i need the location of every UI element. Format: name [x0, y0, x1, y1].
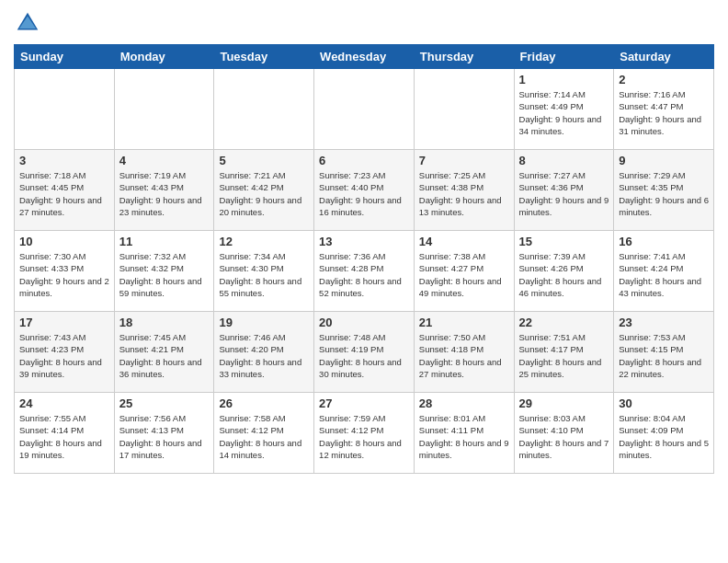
calendar-cell: 24Sunrise: 7:55 AM Sunset: 4:14 PM Dayli…	[15, 393, 115, 474]
day-number: 24	[19, 396, 109, 410]
week-row-2: 10Sunrise: 7:30 AM Sunset: 4:33 PM Dayli…	[15, 231, 714, 312]
day-number: 20	[319, 316, 409, 329]
day-number: 26	[219, 396, 309, 410]
calendar-cell: 21Sunrise: 7:50 AM Sunset: 4:18 PM Dayli…	[414, 312, 514, 393]
day-number: 6	[319, 154, 409, 167]
day-number: 12	[219, 235, 309, 248]
day-number: 3	[19, 154, 109, 167]
day-number: 22	[519, 316, 609, 329]
day-info: Sunrise: 7:14 AM Sunset: 4:49 PM Dayligh…	[519, 88, 609, 137]
calendar-cell: 5Sunrise: 7:21 AM Sunset: 4:42 PM Daylig…	[214, 150, 314, 231]
calendar-cell: 12Sunrise: 7:34 AM Sunset: 4:30 PM Dayli…	[214, 231, 314, 312]
weekday-wednesday: Wednesday	[314, 45, 415, 69]
day-number: 18	[119, 316, 210, 329]
day-info: Sunrise: 8:03 AM Sunset: 4:10 PM Dayligh…	[519, 412, 609, 461]
day-number: 25	[119, 396, 210, 410]
day-info: Sunrise: 7:36 AM Sunset: 4:28 PM Dayligh…	[319, 250, 409, 299]
day-number: 1	[519, 73, 609, 86]
calendar-cell: 27Sunrise: 7:59 AM Sunset: 4:12 PM Dayli…	[314, 393, 415, 474]
day-info: Sunrise: 7:59 AM Sunset: 4:12 PM Dayligh…	[319, 412, 409, 461]
calendar-cell: 30Sunrise: 8:04 AM Sunset: 4:09 PM Dayli…	[614, 393, 714, 474]
day-info: Sunrise: 7:56 AM Sunset: 4:13 PM Dayligh…	[119, 412, 210, 461]
day-number: 17	[19, 316, 109, 329]
day-info: Sunrise: 7:25 AM Sunset: 4:38 PM Dayligh…	[419, 169, 509, 218]
day-info: Sunrise: 7:21 AM Sunset: 4:42 PM Dayligh…	[219, 169, 309, 218]
week-row-4: 24Sunrise: 7:55 AM Sunset: 4:14 PM Dayli…	[15, 393, 714, 474]
day-info: Sunrise: 7:48 AM Sunset: 4:19 PM Dayligh…	[319, 331, 409, 380]
day-number: 5	[219, 154, 309, 167]
day-info: Sunrise: 8:04 AM Sunset: 4:09 PM Dayligh…	[619, 412, 709, 461]
calendar-cell	[314, 69, 415, 150]
header	[14, 9, 714, 37]
day-number: 2	[619, 73, 709, 86]
weekday-tuesday: Tuesday	[214, 45, 314, 69]
weekday-thursday: Thursday	[414, 45, 514, 69]
day-info: Sunrise: 7:50 AM Sunset: 4:18 PM Dayligh…	[419, 331, 509, 380]
weekday-monday: Monday	[114, 45, 214, 69]
logo	[14, 9, 45, 37]
calendar-cell: 13Sunrise: 7:36 AM Sunset: 4:28 PM Dayli…	[314, 231, 415, 312]
calendar-cell: 26Sunrise: 7:58 AM Sunset: 4:12 PM Dayli…	[214, 393, 314, 474]
calendar: SundayMondayTuesdayWednesdayThursdayFrid…	[14, 44, 714, 474]
day-info: Sunrise: 7:29 AM Sunset: 4:35 PM Dayligh…	[619, 169, 709, 218]
day-info: Sunrise: 8:01 AM Sunset: 4:11 PM Dayligh…	[419, 412, 509, 461]
day-number: 7	[419, 154, 509, 167]
calendar-cell: 8Sunrise: 7:27 AM Sunset: 4:36 PM Daylig…	[514, 150, 614, 231]
day-info: Sunrise: 7:58 AM Sunset: 4:12 PM Dayligh…	[219, 412, 309, 461]
day-info: Sunrise: 7:27 AM Sunset: 4:36 PM Dayligh…	[519, 169, 609, 218]
day-number: 21	[419, 316, 509, 329]
day-info: Sunrise: 7:30 AM Sunset: 4:33 PM Dayligh…	[19, 250, 109, 299]
day-info: Sunrise: 7:55 AM Sunset: 4:14 PM Dayligh…	[19, 412, 109, 461]
day-number: 8	[519, 154, 609, 167]
day-info: Sunrise: 7:19 AM Sunset: 4:43 PM Dayligh…	[119, 169, 210, 218]
weekday-friday: Friday	[514, 45, 614, 69]
calendar-cell: 25Sunrise: 7:56 AM Sunset: 4:13 PM Dayli…	[114, 393, 214, 474]
weekday-header-row: SundayMondayTuesdayWednesdayThursdayFrid…	[15, 45, 714, 69]
day-number: 27	[319, 396, 409, 410]
day-info: Sunrise: 7:39 AM Sunset: 4:26 PM Dayligh…	[519, 250, 609, 299]
day-number: 15	[519, 235, 609, 248]
day-info: Sunrise: 7:23 AM Sunset: 4:40 PM Dayligh…	[319, 169, 409, 218]
day-info: Sunrise: 7:34 AM Sunset: 4:30 PM Dayligh…	[219, 250, 309, 299]
calendar-cell	[414, 69, 514, 150]
calendar-cell: 19Sunrise: 7:46 AM Sunset: 4:20 PM Dayli…	[214, 312, 314, 393]
calendar-cell: 16Sunrise: 7:41 AM Sunset: 4:24 PM Dayli…	[614, 231, 714, 312]
calendar-cell	[114, 69, 214, 150]
day-info: Sunrise: 7:41 AM Sunset: 4:24 PM Dayligh…	[619, 250, 709, 299]
calendar-cell: 20Sunrise: 7:48 AM Sunset: 4:19 PM Dayli…	[314, 312, 415, 393]
day-info: Sunrise: 7:43 AM Sunset: 4:23 PM Dayligh…	[19, 331, 109, 380]
calendar-cell: 28Sunrise: 8:01 AM Sunset: 4:11 PM Dayli…	[414, 393, 514, 474]
calendar-cell: 29Sunrise: 8:03 AM Sunset: 4:10 PM Dayli…	[514, 393, 614, 474]
day-info: Sunrise: 7:51 AM Sunset: 4:17 PM Dayligh…	[519, 331, 609, 380]
day-number: 29	[519, 396, 609, 410]
day-info: Sunrise: 7:45 AM Sunset: 4:21 PM Dayligh…	[119, 331, 210, 380]
day-info: Sunrise: 7:32 AM Sunset: 4:32 PM Dayligh…	[119, 250, 210, 299]
logo-icon	[14, 9, 41, 37]
day-number: 30	[619, 396, 709, 410]
week-row-0: 1Sunrise: 7:14 AM Sunset: 4:49 PM Daylig…	[15, 69, 714, 150]
day-info: Sunrise: 7:16 AM Sunset: 4:47 PM Dayligh…	[619, 88, 709, 137]
calendar-cell: 9Sunrise: 7:29 AM Sunset: 4:35 PM Daylig…	[614, 150, 714, 231]
day-info: Sunrise: 7:46 AM Sunset: 4:20 PM Dayligh…	[219, 331, 309, 380]
calendar-cell: 6Sunrise: 7:23 AM Sunset: 4:40 PM Daylig…	[314, 150, 415, 231]
day-number: 28	[419, 396, 509, 410]
calendar-cell	[214, 69, 314, 150]
calendar-cell	[15, 69, 115, 150]
day-info: Sunrise: 7:38 AM Sunset: 4:27 PM Dayligh…	[419, 250, 509, 299]
calendar-cell: 17Sunrise: 7:43 AM Sunset: 4:23 PM Dayli…	[15, 312, 115, 393]
page: SundayMondayTuesdayWednesdayThursdayFrid…	[0, 0, 728, 563]
calendar-cell: 10Sunrise: 7:30 AM Sunset: 4:33 PM Dayli…	[15, 231, 115, 312]
day-number: 13	[319, 235, 409, 248]
day-number: 9	[619, 154, 709, 167]
calendar-cell: 2Sunrise: 7:16 AM Sunset: 4:47 PM Daylig…	[614, 69, 714, 150]
calendar-cell: 3Sunrise: 7:18 AM Sunset: 4:45 PM Daylig…	[15, 150, 115, 231]
weekday-saturday: Saturday	[614, 45, 714, 69]
weekday-sunday: Sunday	[15, 45, 115, 69]
calendar-cell: 22Sunrise: 7:51 AM Sunset: 4:17 PM Dayli…	[514, 312, 614, 393]
calendar-cell: 23Sunrise: 7:53 AM Sunset: 4:15 PM Dayli…	[614, 312, 714, 393]
calendar-cell: 18Sunrise: 7:45 AM Sunset: 4:21 PM Dayli…	[114, 312, 214, 393]
day-number: 11	[119, 235, 210, 248]
calendar-cell: 4Sunrise: 7:19 AM Sunset: 4:43 PM Daylig…	[114, 150, 214, 231]
calendar-cell: 14Sunrise: 7:38 AM Sunset: 4:27 PM Dayli…	[414, 231, 514, 312]
calendar-cell: 1Sunrise: 7:14 AM Sunset: 4:49 PM Daylig…	[514, 69, 614, 150]
